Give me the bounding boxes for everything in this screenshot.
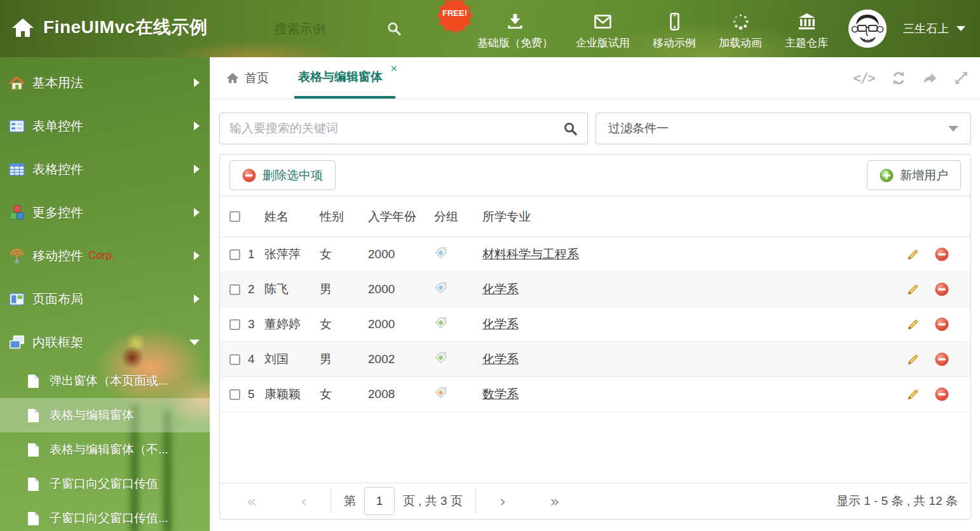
row-checkbox[interactable] <box>229 389 240 400</box>
table-row: 5 康颖颖 女 2008 数学系 <box>220 377 970 412</box>
col-major[interactable]: 所学专业 <box>482 209 899 225</box>
free-badge: FREE! <box>437 0 473 34</box>
edit-icon[interactable] <box>906 353 920 366</box>
last-page-button[interactable]: » <box>541 493 569 509</box>
edit-icon[interactable] <box>906 283 920 296</box>
filter-dropdown[interactable]: 过滤条件一 <box>595 113 971 144</box>
close-icon[interactable]: ✕ <box>390 64 398 73</box>
file-icon <box>27 408 40 423</box>
major-link[interactable]: 化学系 <box>482 317 519 331</box>
header-search[interactable] <box>275 17 402 41</box>
col-gender[interactable]: 性别 <box>320 209 368 225</box>
header-search-input[interactable] <box>275 22 370 36</box>
major-link[interactable]: 化学系 <box>482 282 519 296</box>
cell-name: 董婷婷 <box>264 316 320 333</box>
table-row: 4 刘国 男 2002 化学系 <box>220 342 970 377</box>
edit-icon[interactable] <box>906 318 920 331</box>
cell-group <box>434 386 482 403</box>
row-index: 4 <box>248 352 264 366</box>
nav-enterprise-trial[interactable]: 企业版试用 <box>564 12 641 57</box>
row-index: 3 <box>248 317 264 331</box>
sidebar-item-inline-frame[interactable]: 内联框架 <box>0 321 210 364</box>
col-group[interactable]: 分组 <box>434 209 482 225</box>
nav-basic-edition[interactable]: 基础版（免费） <box>466 12 564 57</box>
layout-icon <box>8 291 25 308</box>
delete-icon[interactable] <box>935 387 949 401</box>
prev-page-button[interactable]: ‹ <box>290 493 318 509</box>
sidebar-item-basic-usage[interactable]: 基本用法 <box>0 61 210 104</box>
search-icon[interactable] <box>386 21 402 36</box>
edit-icon[interactable] <box>906 388 920 401</box>
table-empty-area <box>220 412 970 483</box>
form-icon <box>8 118 25 135</box>
chevron-right-icon <box>194 208 200 217</box>
nav-mobile-demo[interactable]: 移动示例 <box>641 12 707 57</box>
pagination-bar: « ‹ 第 页 , 共 3 页 › » 显示 1 - 5 条 , 共 12 条 <box>220 483 970 519</box>
add-user-button[interactable]: 新增用户 <box>867 160 961 190</box>
sidebar-item-form-controls[interactable]: 表单控件 <box>0 104 210 148</box>
cell-edit <box>899 283 927 296</box>
row-checkbox[interactable] <box>229 249 240 260</box>
major-link[interactable]: 化学系 <box>482 352 519 366</box>
sidebar: 基本用法 表单控件 表格控件 更多控件 移动控件 Corp. <box>0 57 210 531</box>
sidebar-item-page-layout[interactable]: 页面布局 <box>0 277 210 321</box>
expand-icon[interactable] <box>954 71 969 85</box>
cell-name: 陈飞 <box>264 281 320 298</box>
tab-home[interactable]: 首页 <box>226 57 269 99</box>
delete-icon[interactable] <box>935 247 949 261</box>
antenna-icon <box>8 247 25 265</box>
sidebar-subitem-child-to-parent-2[interactable]: 子窗口向父窗口传值... <box>0 501 210 531</box>
sidebar-subitem-child-to-parent[interactable]: 子窗口向父窗口传值 <box>0 467 210 501</box>
sidebar-subitem-grid-edit-window-2[interactable]: 表格与编辑窗体（不... <box>0 432 210 467</box>
col-name[interactable]: 姓名 <box>264 209 320 225</box>
first-page-button[interactable]: « <box>238 493 266 509</box>
cell-delete <box>927 387 956 401</box>
cell-delete <box>927 247 956 261</box>
cell-year: 2008 <box>368 387 434 401</box>
sidebar-subitem-popup-window[interactable]: 弹出窗体（本页面或... <box>0 364 210 398</box>
row-checkbox[interactable] <box>229 354 240 365</box>
nav-loading-animation[interactable]: 加载动画 <box>707 12 773 57</box>
cell-year: 2000 <box>368 247 434 261</box>
cell-delete <box>927 317 956 331</box>
refresh-icon[interactable] <box>891 71 906 86</box>
select-all-checkbox[interactable] <box>229 211 240 222</box>
table-row: 2 陈飞 男 2000 化学系 <box>220 272 970 307</box>
user-menu[interactable]: 三生石上 <box>848 10 965 48</box>
major-link[interactable]: 材料科学与工程系 <box>482 247 579 261</box>
page-number-input[interactable] <box>364 487 395 515</box>
view-source-icon[interactable]: </> <box>853 71 875 86</box>
row-checkbox[interactable] <box>229 319 240 330</box>
tag-icon <box>434 386 447 399</box>
logo[interactable]: FineUIMvc在线示例 <box>11 15 208 39</box>
delete-icon[interactable] <box>935 317 949 331</box>
search-icon[interactable] <box>563 121 578 136</box>
sidebar-subitem-grid-edit-window[interactable]: 表格与编辑窗体 <box>0 398 210 432</box>
grid-toolbar: 删除选中项 新增用户 <box>220 155 970 197</box>
col-year[interactable]: 入学年份 <box>368 209 434 225</box>
table-icon <box>8 161 25 178</box>
tab-grid-edit-window[interactable]: 表格与编辑窗体 ✕ <box>294 57 395 99</box>
sidebar-item-mobile-controls[interactable]: 移动控件 Corp. <box>0 234 210 277</box>
tab-toolbar: </> <box>853 57 969 99</box>
delete-icon[interactable] <box>935 282 949 296</box>
nav-theme-store[interactable]: 主题仓库 <box>773 12 840 57</box>
row-checkbox[interactable] <box>229 284 240 295</box>
delete-selected-button[interactable]: 删除选中项 <box>229 160 336 190</box>
share-icon[interactable] <box>922 71 938 86</box>
chevron-down-icon <box>189 340 200 345</box>
edit-icon[interactable] <box>906 248 920 261</box>
file-icon <box>27 511 40 526</box>
delete-icon[interactable] <box>935 352 949 366</box>
table-row: 1 张萍萍 女 2000 材料科学与工程系 <box>220 237 970 272</box>
app-header: FineUIMvc在线示例 FREE! 基础版（免费） 企业版试用 移动示例 <box>0 0 980 57</box>
keyword-search-box[interactable] <box>219 113 588 144</box>
next-page-button[interactable]: › <box>489 493 517 509</box>
keyword-search-input[interactable] <box>229 121 563 135</box>
major-link[interactable]: 数学系 <box>482 387 519 401</box>
cell-major: 数学系 <box>482 386 899 403</box>
sidebar-item-grid-controls[interactable]: 表格控件 <box>0 148 210 191</box>
sidebar-item-more-controls[interactable]: 更多控件 <box>0 191 210 234</box>
cell-edit <box>899 318 927 331</box>
plus-circle-icon <box>880 169 894 183</box>
